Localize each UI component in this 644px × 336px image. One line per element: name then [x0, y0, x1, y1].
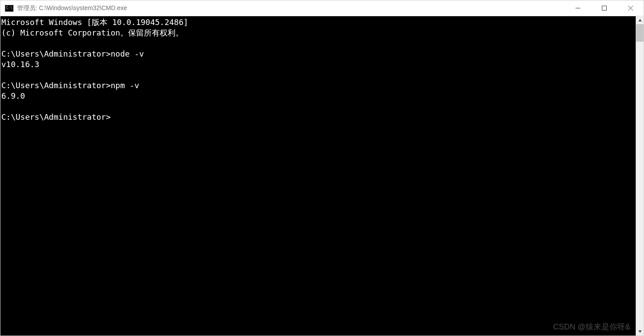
close-icon: [628, 6, 633, 11]
output-line: v10.16.3: [1, 60, 39, 69]
vertical-scrollbar[interactable]: [636, 16, 644, 336]
close-button[interactable]: [617, 0, 644, 16]
maximize-icon: [602, 6, 607, 11]
scroll-up-button[interactable]: [636, 16, 644, 24]
command-line: C:\Users\Administrator>npm -v: [1, 80, 636, 91]
prompt: C:\Users\Administrator>: [1, 81, 111, 90]
svg-marker-4: [638, 19, 642, 21]
terminal-area: Microsoft Windows [版本 10.0.19045.2486](c…: [0, 16, 644, 336]
output-line: 6.9.0: [1, 91, 25, 100]
scroll-thumb[interactable]: [636, 24, 644, 42]
chevron-down-icon: [638, 330, 642, 333]
blank-line: [1, 101, 636, 112]
window-controls: [565, 0, 644, 16]
terminal-output[interactable]: Microsoft Windows [版本 10.0.19045.2486](c…: [0, 16, 636, 336]
window-title: 管理员: C:\Windows\system32\CMD.exe: [17, 4, 565, 12]
header-line: Microsoft Windows [版本 10.0.19045.2486]: [1, 17, 636, 28]
title-bar[interactable]: C:\ 管理员: C:\Windows\system32\CMD.exe: [0, 0, 644, 16]
scroll-down-button[interactable]: [636, 328, 644, 336]
command-text: node -v: [111, 49, 144, 58]
svg-rect-1: [602, 6, 606, 11]
header-line: (c) Microsoft Corporation。保留所有权利。: [1, 28, 636, 38]
blank-line: [1, 38, 636, 49]
cmd-icon: C:\: [5, 5, 14, 12]
prompt: C:\Users\Administrator>: [1, 112, 111, 122]
current-prompt-line: C:\Users\Administrator>: [1, 112, 636, 122]
scroll-track[interactable]: [636, 24, 644, 328]
minimize-button[interactable]: [565, 0, 591, 16]
blank-line: [1, 70, 636, 80]
maximize-button[interactable]: [591, 0, 617, 16]
command-line: C:\Users\Administrator>node -v: [1, 49, 636, 59]
minimize-icon: [576, 6, 580, 11]
svg-marker-5: [638, 330, 642, 333]
command-text: npm -v: [111, 81, 139, 90]
cmd-window: C:\ 管理员: C:\Windows\system32\CMD.exe Mic…: [0, 0, 644, 336]
prompt: C:\Users\Administrator>: [1, 49, 111, 58]
chevron-up-icon: [638, 18, 642, 22]
